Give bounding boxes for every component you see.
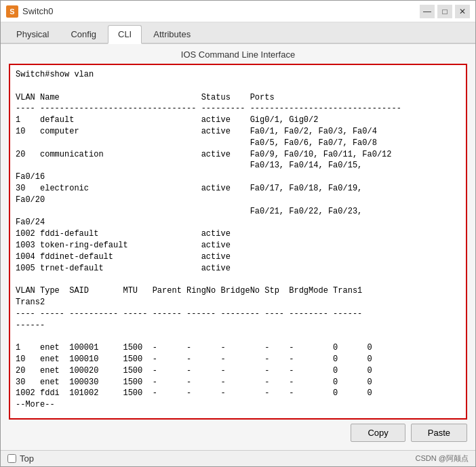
tab-cli[interactable]: CLI (108, 25, 142, 44)
tab-physical[interactable]: Physical (6, 25, 59, 43)
cli-output[interactable]: Switch#show vlan VLAN Name Status Ports … (10, 65, 466, 418)
paste-button[interactable]: Paste (411, 424, 467, 442)
main-window: S Switch0 — □ ✕ Physical Config CLI Attr… (0, 0, 476, 467)
top-checkbox[interactable] (7, 454, 16, 463)
window-controls: — □ ✕ (420, 5, 470, 18)
window-title: Switch0 (22, 6, 420, 16)
copy-button[interactable]: Copy (351, 424, 405, 442)
app-icon: S (6, 5, 18, 18)
cli-container: Switch#show vlan VLAN Name Status Ports … (9, 64, 467, 420)
close-button[interactable]: ✕ (455, 5, 470, 18)
watermark: CSDN @阿颠点 (416, 453, 469, 464)
tab-attributes[interactable]: Attributes (143, 25, 201, 43)
section-title: IOS Command Line Interface (9, 49, 467, 60)
tab-config[interactable]: Config (60, 25, 106, 43)
button-row: Copy Paste (9, 420, 467, 445)
title-bar: S Switch0 — □ ✕ (1, 1, 475, 22)
minimize-button[interactable]: — (420, 5, 435, 18)
maximize-button[interactable]: □ (437, 5, 452, 18)
tab-bar: Physical Config CLI Attributes (1, 22, 475, 44)
content-area: IOS Command Line Interface Switch#show v… (1, 44, 475, 450)
footer: Top CSDN @阿颠点 (1, 450, 475, 466)
top-checkbox-label[interactable]: Top (7, 453, 34, 464)
